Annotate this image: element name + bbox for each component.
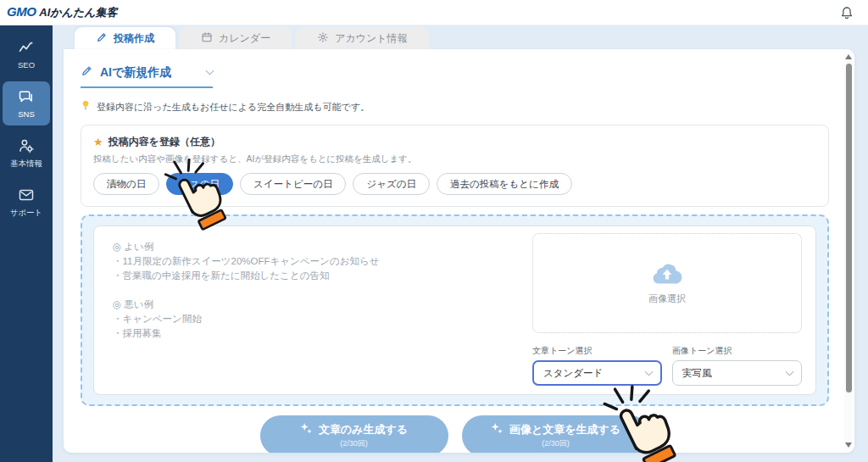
trend-chart-icon <box>18 39 35 61</box>
chevron-down-icon <box>645 368 654 376</box>
generate-text-only-count: (2/30回) <box>340 438 368 449</box>
generation-settings-area: ◎ よい例 ・11月限定の新作スイーツ20%OFFキャンペーンのお知らせ ・営業… <box>81 214 829 406</box>
generate-buttons-row: 文章のみ生成する (2/30回) 画像と文章を生成する <box>81 415 829 453</box>
notification-bell-icon[interactable] <box>839 5 854 20</box>
placeholder-line: ・11月限定の新作スイーツ20%OFFキャンペーンのお知らせ <box>113 254 520 269</box>
scrollbar-thumb[interactable] <box>846 64 852 392</box>
sidebar-item-basic-info[interactable]: 基本情報 <box>3 131 50 175</box>
generate-image-and-text-button[interactable]: 画像と文章を生成する (2/30回) <box>462 415 650 453</box>
tab-calendar[interactable]: カレンダー <box>180 27 292 49</box>
placeholder-line: ・採用募集 <box>113 326 520 341</box>
post-create-panel: AIで新規作成 登録内容に沿った生成もお任せによる完全自動生成も可能です。 <box>64 49 854 453</box>
tab-label: アカウント情報 <box>335 31 407 46</box>
app-header: GMO AIかんたん集客 <box>0 0 868 25</box>
star-icon: ★ <box>93 136 103 148</box>
sidebar-item-support[interactable]: サポート <box>3 180 50 224</box>
tab-post-create[interactable]: 投稿作成 <box>75 27 175 49</box>
chip-jazz-day[interactable]: ジャズの日 <box>353 173 430 195</box>
chip-from-past-posts[interactable]: 過去の投稿をもとに作成 <box>437 173 572 195</box>
mode-title: AIで新規作成 <box>100 65 171 81</box>
placeholder-line: ・営業職の中途採用を新たに開始したことの告知 <box>113 269 520 283</box>
gear-icon <box>317 31 329 46</box>
sidebar-item-seo[interactable]: SEO <box>3 32 50 76</box>
text-tone-label: 文章トーン選択 <box>532 345 662 357</box>
scrollbar-up-arrow[interactable] <box>845 54 852 59</box>
chip-tsukemono-day[interactable]: 漬物の日 <box>93 173 159 195</box>
chat-bubble-icon <box>18 88 35 110</box>
image-select-dropzone[interactable]: 画像選択 <box>532 233 802 333</box>
placeholder-line: ◎ よい例 <box>113 240 520 254</box>
logo-gmo-text: GMO <box>7 4 36 19</box>
placeholder-line: ◎ 悪い例 <box>113 298 520 312</box>
generation-inner-box: ◎ よい例 ・11月限定の新作スイーツ20%OFFキャンペーンのお知らせ ・営業… <box>93 225 816 395</box>
generate-text-only-button[interactable]: 文章のみ生成する (2/30回) <box>260 415 448 453</box>
register-description: 投稿したい内容や画像を登録すると、AIが登録内容をもとに投稿を生成します。 <box>93 153 816 165</box>
sidebar: SEO SNS 基本情報 <box>0 25 53 462</box>
generate-image-and-text-count: (2/30回) <box>542 438 570 449</box>
content-textarea[interactable]: ◎ よい例 ・11月限定の新作スイーツ20%OFFキャンペーンのお知らせ ・営業… <box>108 233 520 386</box>
pencil-icon <box>81 64 93 81</box>
tab-bar: 投稿作成 カレンダー アカウント情報 <box>75 27 854 49</box>
pencil-icon <box>96 31 108 46</box>
cloud-upload-icon <box>652 261 682 287</box>
scrollbar-down-arrow[interactable] <box>845 443 852 448</box>
chevron-down-icon <box>206 67 214 75</box>
sidebar-item-label: 基本情報 <box>10 159 42 168</box>
chevron-down-icon <box>786 368 794 376</box>
image-select-label: 画像選択 <box>648 292 686 305</box>
sidebar-item-label: サポート <box>10 209 43 217</box>
register-content-box: ★ 投稿内容を登録（任意） 投稿したい内容や画像を登録すると、AIが登録内容をも… <box>81 125 829 207</box>
app-logo: GMO AIかんたん集客 <box>7 4 118 20</box>
suggestion-chips: 漬物の日 リスの日 スイートピーの日 ジャズの日 過去の投稿をもとに作成 <box>93 173 816 195</box>
tab-account-info[interactable]: アカウント情報 <box>296 27 428 49</box>
image-tone-value: 実写風 <box>682 367 712 380</box>
mail-icon <box>18 186 35 209</box>
person-gear-icon <box>18 137 35 159</box>
sidebar-item-label: SEO <box>18 61 35 70</box>
main-area: 投稿作成 カレンダー アカウント情報 <box>53 25 868 462</box>
lightbulb-icon <box>81 99 91 115</box>
image-tone-label: 画像トーン選択 <box>672 345 802 357</box>
hint-text: 登録内容に沿った生成もお任せによる完全自動生成も可能です。 <box>97 101 370 114</box>
tab-label: 投稿作成 <box>114 31 154 46</box>
image-tone-select[interactable]: 実写風 <box>672 360 802 386</box>
calendar-icon <box>201 31 213 46</box>
generate-text-only-label: 文章のみ生成する <box>319 422 408 437</box>
sparkles-icon <box>491 422 504 437</box>
sidebar-item-sns[interactable]: SNS <box>3 81 50 125</box>
tab-label: カレンダー <box>219 31 270 46</box>
text-tone-select[interactable]: スタンダード <box>532 360 662 386</box>
hint-row: 登録内容に沿った生成もお任せによる完全自動生成も可能です。 <box>81 99 829 115</box>
text-tone-value: スタンダード <box>543 367 603 380</box>
chip-sweetpea-day[interactable]: スイートピーの日 <box>240 173 346 195</box>
sidebar-item-label: SNS <box>18 110 35 119</box>
mode-selector-dropdown[interactable]: AIで新規作成 <box>81 64 213 88</box>
generate-image-and-text-label: 画像と文章を生成する <box>509 422 620 437</box>
placeholder-line: ・キャンペーン開始 <box>113 312 520 326</box>
register-title: 投稿内容を登録（任意） <box>108 135 220 149</box>
logo-product-text: AIかんたん集客 <box>39 5 117 20</box>
chip-risu-day[interactable]: リスの日 <box>166 173 233 195</box>
vertical-scrollbar[interactable] <box>844 52 853 450</box>
sparkles-icon <box>300 422 313 437</box>
placeholder-line <box>113 283 520 298</box>
